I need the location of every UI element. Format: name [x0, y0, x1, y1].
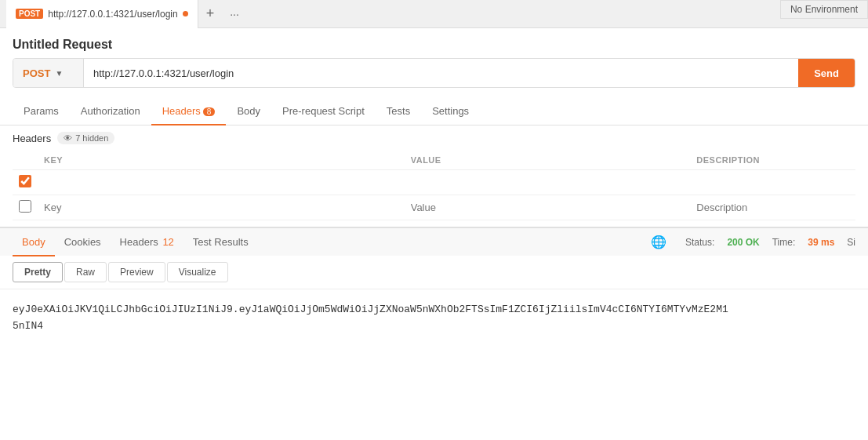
- tab-bar: POST http://127.0.0.1:4321/user/login + …: [0, 0, 868, 28]
- row1-key-input[interactable]: [44, 176, 398, 188]
- resp-tab-test-results[interactable]: Test Results: [183, 228, 258, 256]
- tab-body[interactable]: Body: [226, 97, 271, 125]
- tab-url: http://127.0.0.1:4321/user/login: [48, 9, 177, 20]
- format-preview[interactable]: Preview: [108, 262, 165, 282]
- row1-desc-cell: [690, 170, 855, 195]
- globe-icon: 🌐: [651, 235, 666, 249]
- row1-checkbox[interactable]: [19, 175, 31, 187]
- row2-value-input[interactable]: [411, 202, 685, 213]
- hidden-headers-toggle[interactable]: 👁 7 hidden: [57, 132, 114, 144]
- request-title: Untitled Request: [13, 38, 855, 52]
- row2-checkbox[interactable]: [19, 200, 31, 213]
- resp-tab-body[interactable]: Body: [13, 228, 55, 256]
- headers-label-row: Headers 👁 7 hidden: [13, 132, 855, 144]
- col-key-header: KEY: [38, 151, 405, 170]
- title-area: Untitled Request: [0, 28, 868, 58]
- table-row: [13, 195, 855, 220]
- method-label: POST: [23, 67, 50, 79]
- new-tab-button[interactable]: +: [198, 5, 223, 22]
- method-badge: POST: [16, 9, 43, 19]
- time-value: 39 ms: [808, 237, 834, 248]
- table-row: [13, 170, 855, 195]
- row2-key-input[interactable]: [44, 202, 398, 213]
- tab-tests[interactable]: Tests: [376, 97, 421, 125]
- row2-key-cell: [38, 195, 405, 220]
- tab-settings[interactable]: Settings: [421, 97, 480, 125]
- row2-value-cell: [405, 195, 691, 220]
- resp-tab-cookies[interactable]: Cookies: [55, 228, 111, 256]
- row2-desc-input[interactable]: [696, 202, 849, 213]
- row1-value-input[interactable]: [411, 176, 685, 188]
- row2-desc-cell: [690, 195, 855, 220]
- response-body-text: eyJ0eXAiOiJKV1QiLCJhbGciOiJIUzI1NiJ9.eyJ…: [13, 304, 728, 332]
- col-desc-header: DESCRIPTION: [690, 151, 855, 170]
- row1-desc-input[interactable]: [696, 176, 849, 188]
- url-bar: POST ▼ Send: [13, 58, 855, 88]
- request-tabs: Params Authorization Headers8 Body Pre-r…: [0, 97, 868, 125]
- resp-headers-badge: 12: [162, 236, 173, 248]
- tab-headers[interactable]: Headers8: [151, 97, 227, 125]
- send-button[interactable]: Send: [798, 59, 855, 87]
- tab-authorization[interactable]: Authorization: [70, 97, 151, 125]
- url-input[interactable]: [84, 59, 798, 87]
- tab-pre-request[interactable]: Pre-request Script: [271, 97, 376, 125]
- hidden-count: 7 hidden: [75, 133, 108, 143]
- status-label: Status:: [685, 237, 714, 248]
- row1-key-cell: [38, 170, 405, 195]
- method-selector[interactable]: POST ▼: [13, 59, 84, 87]
- headers-table: KEY VALUE DESCRIPTION: [13, 151, 855, 220]
- status-value: 200 OK: [727, 237, 759, 248]
- row2-checkbox-cell: [13, 195, 38, 220]
- response-body: eyJ0eXAiOiJKV1QiLCJhbGciOiJIUzI1NiJ9.eyJ…: [0, 289, 868, 347]
- response-bar: Body Cookies Headers 12 Test Results 🌐 S…: [0, 227, 868, 256]
- row1-checkbox-cell: [13, 170, 38, 195]
- format-tabs: Pretty Raw Preview Visualize: [0, 256, 868, 289]
- unsaved-dot: [183, 11, 188, 16]
- environment-selector[interactable]: No Environment: [780, 0, 868, 19]
- row1-value-cell: [405, 170, 691, 195]
- method-dropdown-arrow: ▼: [55, 69, 63, 78]
- col-value-header: VALUE: [405, 151, 691, 170]
- tab-params[interactable]: Params: [13, 97, 70, 125]
- time-label: Time:: [772, 237, 796, 248]
- headers-section: Headers 👁 7 hidden KEY VALUE DESCRIPTION: [0, 125, 868, 227]
- format-pretty[interactable]: Pretty: [13, 262, 63, 282]
- format-raw[interactable]: Raw: [64, 262, 107, 282]
- more-tabs-button[interactable]: ···: [222, 8, 247, 20]
- response-status-area: 🌐 Status: 200 OK Time: 39 ms Si: [651, 235, 855, 249]
- request-tab[interactable]: POST http://127.0.0.1:4321/user/login: [6, 0, 198, 28]
- col-checkbox: [13, 151, 38, 170]
- resp-tab-headers[interactable]: Headers 12: [111, 228, 183, 256]
- headers-label-text: Headers: [13, 133, 51, 144]
- headers-badge: 8: [203, 107, 216, 116]
- format-visualize[interactable]: Visualize: [167, 262, 228, 282]
- size-label: Si: [847, 237, 855, 248]
- eye-icon: 👁: [64, 133, 72, 143]
